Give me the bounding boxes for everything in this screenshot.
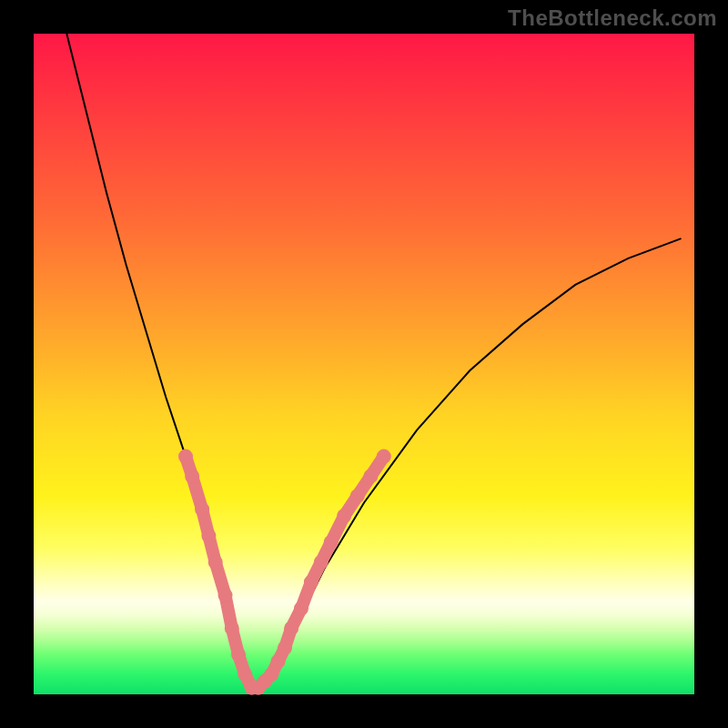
marker-dot: [363, 469, 378, 483]
marker-dot: [350, 489, 365, 503]
plot-area: [34, 34, 694, 694]
marker-dot: [271, 654, 286, 669]
marker-dot: [294, 602, 308, 616]
marker-dot: [201, 529, 216, 543]
marker-dot: [337, 509, 351, 523]
marker-dot: [231, 647, 246, 662]
curve-svg: [34, 34, 694, 694]
marker-dot: [264, 667, 278, 682]
marker-dot: [225, 621, 239, 635]
marker-dot: [185, 469, 199, 483]
marker-dot: [284, 621, 298, 635]
marker-dot: [324, 535, 339, 550]
chart-frame: TheBottleneck.com: [0, 0, 728, 728]
highlight-markers: [178, 450, 391, 695]
watermark-text: TheBottleneck.com: [508, 5, 717, 31]
marker-dot: [178, 450, 193, 464]
marker-dot: [278, 641, 292, 655]
marker-dot: [238, 667, 252, 682]
marker-dot: [208, 555, 223, 570]
marker-dot: [314, 555, 329, 570]
marker-dot: [195, 502, 209, 517]
marker-dot: [304, 575, 318, 590]
marker-dot: [218, 588, 233, 602]
marker-dot: [377, 450, 391, 464]
bottleneck-curve: [66, 34, 681, 688]
